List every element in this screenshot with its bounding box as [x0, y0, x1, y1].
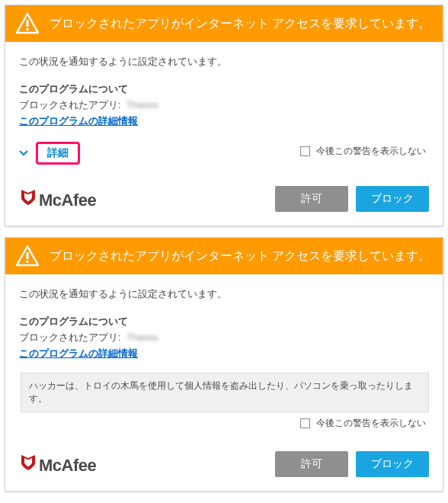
brand-name: McAfee — [39, 191, 96, 210]
dialog-header: ブロックされたアプリがインターネット アクセスを要求しています。 — [5, 5, 443, 42]
details-toggle-highlight: 詳細 — [36, 142, 80, 165]
svg-rect-0 — [26, 20, 28, 27]
blocked-app-line: ブロックされたアプリ: Thanos — [19, 99, 429, 112]
brand-name: McAfee — [39, 456, 96, 476]
details-toggle-row: 詳細 — [19, 142, 80, 165]
block-button[interactable]: ブロック — [356, 451, 429, 477]
svg-rect-2 — [26, 252, 28, 259]
block-button[interactable]: ブロック — [356, 186, 429, 212]
suppress-warning-row: 今後この警告を表示しない — [19, 417, 426, 430]
blocked-app-name: Thanos — [126, 332, 158, 343]
threat-info-strip: ハッカーは、トロイの木馬を使用して個人情報を盗み出したり、パソコンを乗っ取ったり… — [21, 373, 429, 412]
firewall-alert-dialog-expanded: ブロックされたアプリがインターネット アクセスを要求しています。 この状況を通知… — [5, 237, 443, 492]
mcafee-shield-icon — [19, 453, 37, 471]
suppress-warning-checkbox[interactable] — [300, 146, 310, 156]
suppress-warning-label: 今後この警告を表示しない — [316, 145, 426, 158]
notice-text: この状況を通知するように設定されています。 — [19, 56, 429, 69]
mcafee-shield-icon — [19, 187, 37, 206]
suppress-warning-label: 今後この警告を表示しない — [316, 417, 426, 430]
about-program-heading: このプログラムについて — [19, 315, 429, 328]
dialog-title: ブロックされたアプリがインターネット アクセスを要求しています。 — [50, 247, 430, 264]
suppress-warning-checkbox[interactable] — [300, 418, 310, 428]
blocked-app-line: ブロックされたアプリ: Thanos — [19, 332, 429, 344]
allow-button[interactable]: 許可 — [275, 451, 348, 477]
chevron-down-icon[interactable] — [19, 149, 28, 158]
about-program-heading: このプログラムについて — [19, 82, 429, 96]
suppress-warning-row: 今後この警告を表示しない — [300, 145, 426, 158]
firewall-alert-dialog-collapsed: ブロックされたアプリがインターネット アクセスを要求しています。 この状況を通知… — [5, 5, 443, 226]
program-details-link[interactable]: このプログラムの詳細情報 — [19, 348, 138, 360]
dialog-footer: McAfee 許可 ブロック — [5, 171, 443, 226]
notice-text: この状況を通知するように設定されています。 — [19, 288, 429, 301]
brand-logo: McAfee — [19, 453, 96, 476]
dialog-header: ブロックされたアプリがインターネット アクセスを要求しています。 — [5, 238, 443, 274]
brand-logo: McAfee — [19, 187, 96, 210]
dialog-body: この状況を通知するように設定されています。 このプログラムについて ブロックされ… — [5, 42, 443, 171]
program-details-link[interactable]: このプログラムの詳細情報 — [19, 115, 138, 128]
blocked-app-label: ブロックされたアプリ: — [19, 100, 120, 111]
dialog-body: この状況を通知するように設定されています。 このプログラムについて ブロックされ… — [5, 274, 443, 436]
blocked-app-label: ブロックされたアプリ: — [19, 332, 120, 343]
warning-icon — [16, 245, 39, 267]
dialog-title: ブロックされたアプリがインターネット アクセスを要求しています。 — [50, 14, 430, 32]
svg-rect-3 — [26, 261, 28, 263]
details-toggle-link[interactable]: 詳細 — [47, 146, 69, 159]
svg-rect-1 — [26, 28, 28, 30]
warning-icon — [16, 13, 39, 34]
blocked-app-name: Thanos — [126, 100, 158, 111]
allow-button[interactable]: 許可 — [275, 186, 348, 212]
dialog-footer: McAfee 許可 ブロック — [5, 436, 443, 491]
